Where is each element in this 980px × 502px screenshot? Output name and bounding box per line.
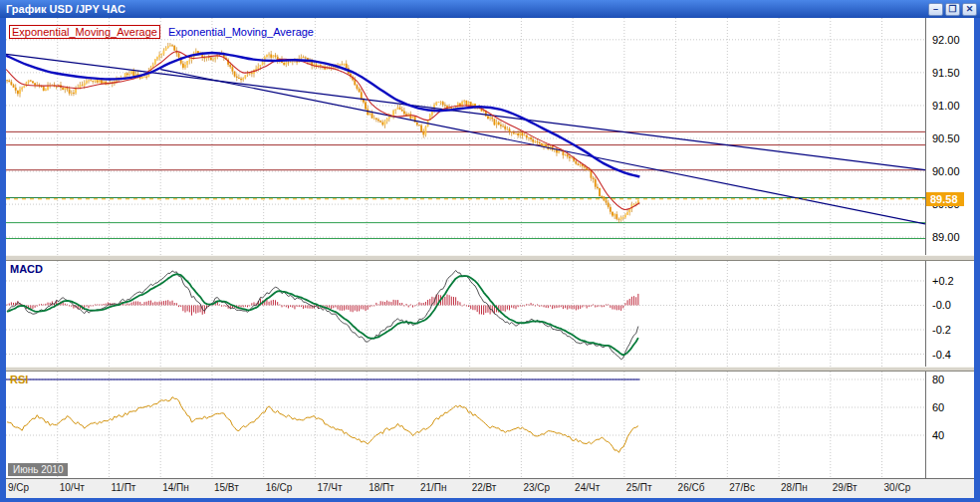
date-label: 26/Сб	[678, 482, 705, 493]
scale-tick: 89.00	[932, 231, 960, 243]
macd-histogram	[7, 294, 638, 316]
scale-tick: 60	[932, 401, 944, 413]
gridlines	[6, 18, 925, 255]
date-label: 21/Пн	[420, 482, 447, 493]
current-price-badge: 89.58	[926, 192, 964, 206]
restore-button[interactable]: ❐	[945, 3, 960, 16]
date-label: 18/Пт	[368, 482, 394, 493]
date-label: 14/Пн	[162, 482, 189, 493]
close-icon: ✕	[966, 4, 974, 14]
scale-tick: 91.00	[932, 100, 960, 112]
macd-signal-line	[7, 274, 638, 355]
macd-canvas[interactable]	[6, 261, 925, 367]
scale-tick: 90.00	[932, 165, 960, 177]
time-axis-labels[interactable]: Июнь 2010 9/Ср10/Чт11/Пт14/Пн15/Вт16/Ср1…	[6, 479, 926, 498]
restore-icon: ❐	[948, 4, 956, 14]
price-scale[interactable]: 89.58 92.0091.5091.0090.5090.0089.5089.0…	[926, 18, 974, 255]
ema-slow-line[interactable]	[6, 53, 639, 176]
scale-tick: -0.4	[932, 349, 951, 361]
macd-label: MACD	[10, 263, 43, 275]
date-label: 9/Ср	[8, 482, 29, 493]
date-label: 29/Вт	[833, 482, 858, 493]
scale-tick: 91.50	[932, 67, 960, 79]
minimize-button[interactable]: –	[928, 3, 943, 16]
macd-panel[interactable]: MACD	[6, 261, 926, 367]
axis-corner	[926, 479, 974, 498]
date-label: 24/Чт	[575, 482, 600, 493]
ema-indicator-label-2[interactable]: Exponential_Moving_Average	[168, 26, 314, 38]
scale-tick: 92.00	[932, 34, 960, 46]
date-label: 16/Ср	[266, 482, 293, 493]
window-titlebar[interactable]: График USD /JPY ЧАС – ❐ ✕	[0, 0, 980, 18]
scale-tick: 40	[932, 429, 944, 441]
support-resistance-lines[interactable]	[6, 131, 925, 238]
rsi-label: RSI	[10, 374, 28, 385]
date-label: 15/Вт	[214, 482, 239, 493]
chart-body: Exponential_Moving_Average Exponential_M…	[6, 18, 974, 498]
scale-tick: 80	[932, 374, 944, 385]
date-label: 22/Вт	[472, 482, 497, 493]
rsi-scale[interactable]: 806040	[926, 372, 974, 478]
scale-tick: 90.50	[932, 132, 960, 144]
main-chart-canvas[interactable]	[6, 18, 925, 255]
time-axis[interactable]: Июнь 2010 9/Ср10/Чт11/Пт14/Пн15/Вт16/Ср1…	[6, 478, 974, 498]
date-label: 10/Чт	[60, 482, 85, 493]
date-label: 11/Пт	[111, 482, 135, 493]
rsi-line	[7, 397, 638, 453]
scale-tick: -0.0	[932, 299, 951, 311]
macd-main-line	[7, 270, 638, 359]
rsi-canvas[interactable]	[6, 372, 925, 478]
window-title: График USD /JPY ЧАС	[6, 3, 125, 15]
close-button[interactable]: ✕	[962, 3, 977, 16]
date-label: 28/Пн	[781, 482, 808, 493]
scale-tick: -0.2	[932, 324, 951, 336]
gridlines	[6, 372, 925, 478]
date-label: 25/Пт	[626, 482, 652, 493]
date-label: 23/Ср	[523, 482, 550, 493]
date-label: 27/Вс	[729, 482, 755, 493]
macd-scale[interactable]: +0.2-0.0-0.2-0.4	[926, 261, 974, 367]
window-controls: – ❐ ✕	[928, 3, 977, 16]
chart-window: График USD /JPY ЧАС – ❐ ✕ Exponential_Mo…	[0, 0, 980, 502]
candlesticks	[6, 43, 639, 223]
indicator-labels: Exponential_Moving_Average Exponential_M…	[9, 26, 314, 38]
scale-tick: +0.2	[932, 275, 954, 287]
main-chart-panel[interactable]: Exponential_Moving_Average Exponential_M…	[6, 18, 926, 255]
date-label: 17/Чт	[317, 482, 342, 493]
ema-indicator-label-1[interactable]: Exponential_Moving_Average	[9, 25, 160, 39]
rsi-panel[interactable]: RSI	[6, 372, 926, 478]
month-label: Июнь 2010	[8, 463, 68, 476]
minimize-icon: –	[933, 4, 938, 14]
date-label: 30/Ср	[884, 482, 911, 493]
